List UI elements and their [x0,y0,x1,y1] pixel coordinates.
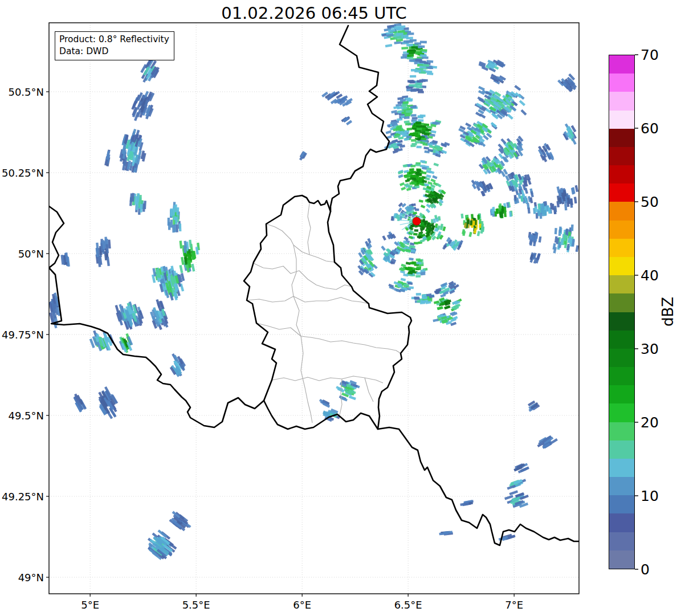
data-source-label: Data: DWD [59,46,169,58]
radar-figure: 01.02.2026 06:45 UTC Product: 0.8° Refle… [0,0,685,616]
colorbar-tick-marks [0,0,685,616]
product-info-box: Product: 0.8° Reflectivity Data: DWD [55,31,174,60]
product-label: Product: 0.8° Reflectivity [59,34,169,46]
